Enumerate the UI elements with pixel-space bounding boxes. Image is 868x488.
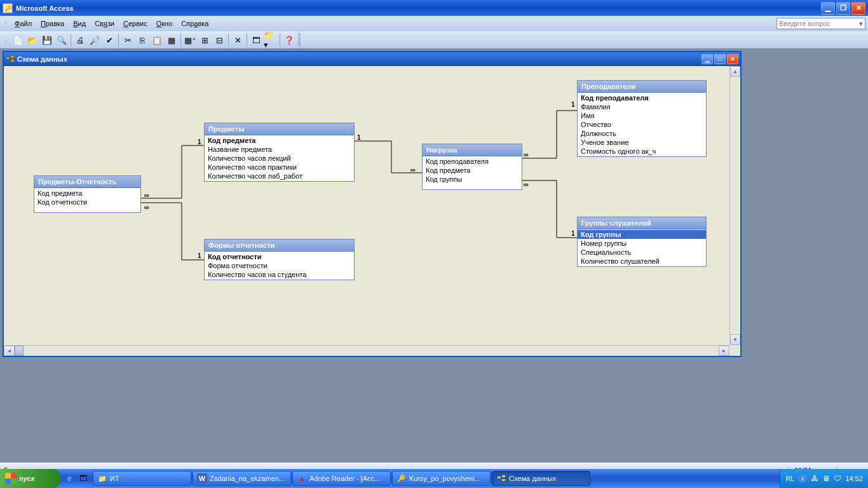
field[interactable]: Код предмета: [34, 189, 140, 198]
scroll-up-icon[interactable]: ▲: [730, 66, 740, 77]
show-all-icon[interactable]: ⊟: [212, 33, 226, 47]
tray-lang[interactable]: RL: [785, 475, 794, 482]
field-pk[interactable]: Код предмета: [205, 136, 354, 145]
child-close-button[interactable]: ✕: [727, 54, 738, 64]
taskbar-item[interactable]: 📁 ИТ: [93, 471, 191, 486]
scroll-right-icon[interactable]: ►: [719, 346, 729, 356]
table-predmety-otchetnost[interactable]: Предметы-Отчетность Код предмета Код отч…: [34, 175, 141, 213]
vertical-scrollbar[interactable]: ▲ ▼: [729, 66, 740, 345]
save-icon[interactable]: 💾: [40, 33, 54, 47]
field[interactable]: Количество слушателей: [578, 257, 706, 266]
tray-hide-icon[interactable]: ‹: [798, 474, 807, 483]
svg-rect-4: [502, 475, 505, 477]
cut-icon[interactable]: ✂: [121, 33, 135, 47]
ask-question-box[interactable]: Введите вопрос ▾: [776, 18, 865, 29]
tray-display-icon[interactable]: 🖥: [822, 474, 830, 483]
table-title[interactable]: Нагрузка: [423, 144, 522, 156]
maximize-button[interactable]: ❐: [836, 2, 850, 15]
menu-file[interactable]: Файл: [10, 18, 36, 29]
help-icon[interactable]: ❓: [282, 33, 296, 47]
table-title[interactable]: Предметы: [205, 123, 354, 135]
field[interactable]: Количество часов лекций: [205, 154, 354, 163]
new-object-icon[interactable]: 📁▾: [264, 33, 278, 47]
field[interactable]: Количество часов лаб_работ: [205, 172, 354, 180]
app-titlebar: 🔑 Microsoft Access ▁ ❐ ✕: [0, 0, 868, 16]
field[interactable]: Код группы: [423, 175, 522, 184]
taskbar-item[interactable]: W Zadania_na_ekzamen...: [193, 471, 291, 486]
toolbar-grip[interactable]: ⋮: [3, 37, 9, 44]
child-titlebar[interactable]: Схема данных ▁ □ ✕: [4, 52, 740, 66]
scroll-thumb[interactable]: [15, 346, 24, 356]
table-title[interactable]: Предметы-Отчетность: [34, 176, 140, 188]
menubar-grip[interactable]: ⋮: [3, 20, 9, 27]
table-title[interactable]: Преподаватели: [578, 81, 706, 93]
file-search-icon[interactable]: 🔍: [55, 33, 69, 47]
new-icon[interactable]: 📄: [11, 33, 25, 47]
scroll-left-icon[interactable]: ◄: [4, 346, 15, 356]
menu-service[interactable]: Сервис: [119, 18, 152, 29]
taskbar-item[interactable]: 🔑 Kursy_po_povysheni...: [392, 471, 491, 486]
close-button[interactable]: ✕: [851, 2, 865, 15]
field-pk-selected[interactable]: Код группы: [578, 230, 706, 239]
spellcheck-icon[interactable]: ✔: [102, 33, 116, 47]
child-maximize-button[interactable]: □: [714, 54, 726, 64]
field-pk[interactable]: Код преподавателя: [578, 93, 706, 102]
field[interactable]: Отчество: [578, 120, 706, 129]
show-table-icon[interactable]: ▦⁺: [183, 33, 197, 47]
menu-relations[interactable]: Связи: [90, 18, 119, 29]
field[interactable]: Код преподавателя: [423, 157, 522, 166]
show-direct-icon[interactable]: ⊞: [198, 33, 212, 47]
menu-edit[interactable]: Правка: [36, 18, 69, 29]
field[interactable]: Должность: [578, 129, 706, 138]
child-minimize-button[interactable]: ▁: [702, 54, 713, 64]
field[interactable]: Специальность: [578, 248, 706, 257]
field[interactable]: Номер группы: [578, 239, 706, 248]
dropdown-icon[interactable]: ▾: [859, 20, 863, 28]
field-pk[interactable]: Код отчетности: [205, 252, 354, 261]
table-title[interactable]: Формы отчетности: [205, 240, 354, 252]
paste-icon[interactable]: 📋: [150, 33, 164, 47]
field[interactable]: Название предмета: [205, 145, 354, 154]
field[interactable]: Фамилия: [578, 102, 706, 111]
tray-network-icon[interactable]: 🖧: [811, 474, 818, 483]
table-formy-otchetnosti[interactable]: Формы отчетности Код отчетности Форма от…: [204, 239, 355, 280]
cardinality-one: 1: [571, 230, 575, 237]
menu-help[interactable]: Справка: [177, 18, 213, 29]
delete-icon[interactable]: ✕: [231, 33, 245, 47]
field[interactable]: Ученое звание: [578, 138, 706, 147]
open-icon[interactable]: 📂: [25, 33, 39, 47]
field[interactable]: Имя: [578, 111, 706, 120]
field[interactable]: Код предмета: [423, 166, 522, 175]
window-db-icon[interactable]: 🗔: [249, 33, 263, 47]
tray-shield-icon[interactable]: 🛡: [834, 474, 841, 483]
table-nagruzka[interactable]: Нагрузка Код преподавателя Код предмета …: [422, 144, 522, 190]
taskbar-item-active[interactable]: Схема данных: [492, 471, 590, 486]
table-title[interactable]: Группы слушателей: [578, 217, 706, 229]
print-icon[interactable]: 🖨: [73, 33, 87, 47]
field[interactable]: Количество часов практики: [205, 163, 354, 172]
field[interactable]: Форма отчетности: [205, 261, 354, 270]
menu-window[interactable]: Окно: [152, 18, 177, 29]
taskbar-item[interactable]: ▲ Adobe Reader - [Acc...: [292, 471, 391, 486]
toolbar-overflow[interactable]: [298, 33, 301, 47]
diagram-canvas[interactable]: ∞ ∞ 1 1 1 ∞ ∞ ∞ 1 1 Предметы-Отчетность …: [4, 66, 740, 356]
tray-clock[interactable]: 14:52: [845, 475, 863, 482]
start-button[interactable]: пуск: [0, 469, 60, 488]
minimize-button[interactable]: ▁: [821, 2, 835, 15]
field[interactable]: Код отчетности: [34, 198, 140, 207]
field[interactable]: Стоимость одного ак_ч: [578, 147, 706, 156]
system-tray[interactable]: RL ‹ 🖧 🖥 🛡 14:52: [780, 469, 868, 488]
table-prepodavateli[interactable]: Преподаватели Код преподавателя Фамилия …: [577, 80, 707, 157]
relationships-window[interactable]: Схема данных ▁ □ ✕ ∞ ∞: [3, 51, 742, 357]
copy-icon[interactable]: ⎘: [135, 33, 149, 47]
field[interactable]: Количество часов на студента: [205, 270, 354, 279]
show-desktop-icon[interactable]: 🗔: [78, 473, 89, 484]
table-gruppy-slushatelei[interactable]: Группы слушателей Код группы Номер групп…: [577, 217, 707, 267]
ie-icon[interactable]: e: [64, 473, 75, 484]
add-table-icon[interactable]: ▦: [165, 33, 179, 47]
horizontal-scrollbar[interactable]: ◄ ►: [4, 345, 740, 356]
preview-icon[interactable]: 🔎: [88, 33, 102, 47]
table-predmety[interactable]: Предметы Код предмета Название предмета …: [204, 123, 355, 182]
scroll-down-icon[interactable]: ▼: [730, 334, 740, 345]
menu-view[interactable]: Вид: [69, 18, 90, 29]
